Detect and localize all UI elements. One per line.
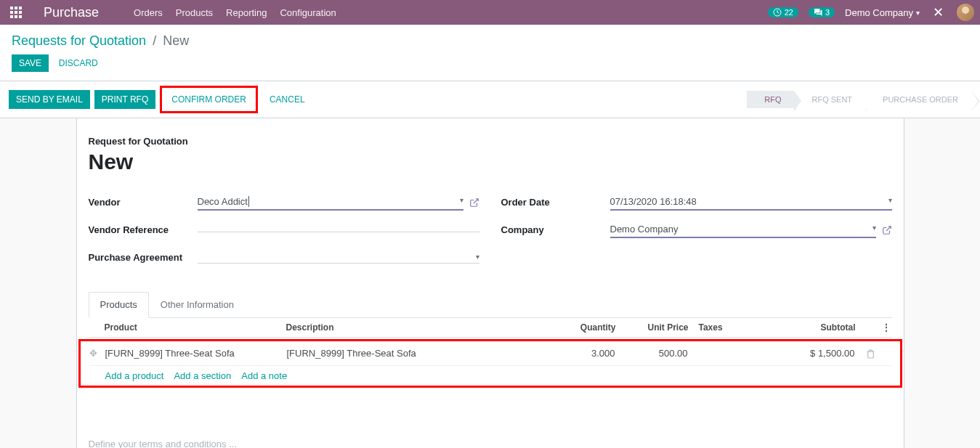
cell-unit-price[interactable]: 500.00 <box>615 348 688 359</box>
th-unit-price: Unit Price <box>616 322 689 333</box>
company-field[interactable]: Demo Company ▾ <box>610 221 876 238</box>
activities-count: 22 <box>785 8 793 17</box>
table-footer-links: Add a product Add a section Add a note <box>89 366 891 386</box>
label-order-date: Order Date <box>501 197 610 208</box>
menu-configuration[interactable]: Configuration <box>280 7 336 18</box>
discard-button[interactable]: DISCARD <box>52 54 105 72</box>
status-steps: RFQ RFQ SENT PURCHASE ORDER <box>747 91 971 108</box>
statusbar-row: SEND BY EMAIL PRINT RFQ CONFIRM ORDER CA… <box>0 81 980 118</box>
order-date-value: 07/13/2020 16:18:48 <box>610 196 697 207</box>
caret-down-icon: ▾ <box>888 196 892 204</box>
cell-subtotal: $ 1,500.00 <box>761 348 862 359</box>
cancel-button[interactable]: CANCEL <box>262 90 312 109</box>
tab-other-information[interactable]: Other Information <box>149 292 246 317</box>
drag-handle-icon[interactable]: ✥ <box>89 348 105 359</box>
cell-product[interactable]: [FURN_8999] Three-Seat Sofa <box>105 348 287 359</box>
th-taxes: Taxes <box>689 322 761 333</box>
external-link-icon[interactable] <box>469 196 479 208</box>
order-lines-table: Product Description Quantity Unit Price … <box>89 318 892 388</box>
top-navbar: Purchase Orders Products Reporting Confi… <box>0 0 980 25</box>
activities-badge[interactable]: 22 <box>768 7 798 17</box>
vendor-field[interactable]: Deco Addict ▾ <box>198 194 463 211</box>
highlight-order-line: ✥ [FURN_8999] Three-Seat Sofa [FURN_8999… <box>78 339 902 388</box>
action-buttons: SEND BY EMAIL PRINT RFQ CONFIRM ORDER CA… <box>9 86 312 113</box>
breadcrumb-current: New <box>163 33 189 48</box>
label-vendor: Vendor <box>89 197 198 208</box>
company-name: Demo Company <box>845 7 913 18</box>
caret-down-icon: ▾ <box>872 224 876 232</box>
cp-buttons: SAVE DISCARD <box>12 54 968 72</box>
cell-quantity[interactable]: 3.000 <box>543 348 615 359</box>
table-header: Product Description Quantity Unit Price … <box>89 318 892 338</box>
messages-badge[interactable]: 3 <box>809 7 835 17</box>
purchase-agreement-field[interactable]: ▾ <box>198 251 479 264</box>
navbar-right: 22 3 Demo Company ▾ ✕ <box>768 4 974 21</box>
vendor-ref-field[interactable] <box>198 227 479 232</box>
caret-down-icon: ▾ <box>476 253 479 261</box>
breadcrumb: Requests for Quotation / New <box>12 33 968 49</box>
caret-down-icon: ▾ <box>460 196 463 204</box>
caret-down-icon: ▾ <box>916 9 920 17</box>
form-fields: Vendor Deco Addict ▾ Vendor Reference <box>89 192 892 274</box>
company-value: Demo Company <box>610 224 679 235</box>
close-icon[interactable]: ✕ <box>930 4 947 20</box>
form-title: New <box>89 150 892 174</box>
control-panel: Requests for Quotation / New SAVE DISCAR… <box>0 25 980 81</box>
comments-icon <box>814 8 822 17</box>
navbar-left: Purchase Orders Products Reporting Confi… <box>6 5 336 20</box>
th-subtotal: Subtotal <box>761 322 863 333</box>
clock-icon <box>773 8 782 17</box>
form-wrapper: Request for Quotation New Vendor Deco Ad… <box>0 118 980 448</box>
company-selector[interactable]: Demo Company ▾ <box>845 7 920 18</box>
cell-description[interactable]: [FURN_8999] Three-Seat Sofa <box>287 348 543 359</box>
status-purchase-order[interactable]: PURCHASE ORDER <box>865 91 971 108</box>
label-company: Company <box>501 224 610 235</box>
user-avatar[interactable] <box>957 4 974 21</box>
th-product: Product <box>105 322 286 333</box>
menu-orders[interactable]: Orders <box>134 7 163 18</box>
order-date-field[interactable]: 07/13/2020 16:18:48 ▾ <box>610 194 892 211</box>
terms-field[interactable]: Define your terms and conditions ... <box>89 439 892 448</box>
breadcrumb-separator: / <box>153 33 156 48</box>
highlight-confirm-order: CONFIRM ORDER <box>160 86 258 113</box>
form-sheet: Request for Quotation New Vendor Deco Ad… <box>76 118 904 448</box>
status-rfq[interactable]: RFQ <box>747 91 794 108</box>
table-row[interactable]: ✥ [FURN_8999] Three-Seat Sofa [FURN_8999… <box>89 341 891 366</box>
add-section-link[interactable]: Add a section <box>174 370 231 381</box>
th-description: Description <box>286 322 543 333</box>
breadcrumb-root[interactable]: Requests for Quotation <box>12 33 146 48</box>
add-note-link[interactable]: Add a note <box>241 370 287 381</box>
print-rfq-button[interactable]: PRINT RFQ <box>94 90 155 109</box>
messages-count: 3 <box>825 8 830 17</box>
label-vendor-ref: Vendor Reference <box>89 224 198 235</box>
add-product-link[interactable]: Add a product <box>105 370 164 381</box>
app-name[interactable]: Purchase <box>44 5 99 20</box>
th-quantity: Quantity <box>543 322 616 333</box>
external-link-icon[interactable] <box>882 224 892 235</box>
form-subtitle: Request for Quotation <box>89 136 892 147</box>
form-col-right: Order Date 07/13/2020 16:18:48 ▾ Company… <box>501 192 892 274</box>
confirm-order-button[interactable]: CONFIRM ORDER <box>164 90 254 109</box>
apps-icon[interactable] <box>10 7 23 18</box>
kebab-icon[interactable]: ⋮ <box>880 322 892 333</box>
send-by-email-button[interactable]: SEND BY EMAIL <box>9 90 90 109</box>
status-rfq-sent[interactable]: RFQ SENT <box>794 91 865 108</box>
vendor-value: Deco Addict <box>198 196 248 207</box>
tab-products[interactable]: Products <box>89 292 149 318</box>
trash-icon[interactable] <box>862 348 880 359</box>
form-tabs: Products Other Information <box>89 292 892 318</box>
menu-products[interactable]: Products <box>176 7 213 18</box>
save-button[interactable]: SAVE <box>12 54 49 72</box>
label-purchase-agreement: Purchase Agreement <box>89 252 198 263</box>
form-col-left: Vendor Deco Addict ▾ Vendor Reference <box>89 192 479 274</box>
menu-reporting[interactable]: Reporting <box>226 7 267 18</box>
